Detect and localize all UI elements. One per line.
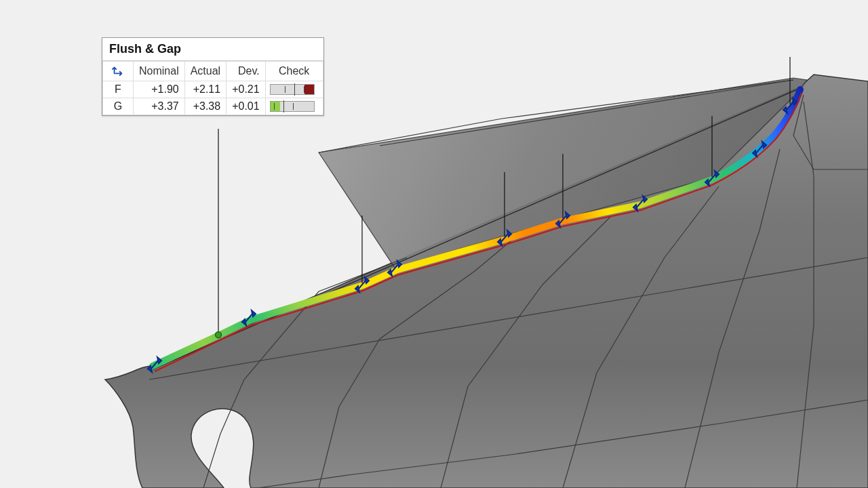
table-row: G +3.37 +3.38 +0.01 (103, 98, 323, 115)
flush-gap-callout[interactable]: Flush & Gap Nominal Actual Dev. Check F … (102, 37, 324, 116)
col-nominal: Nominal (134, 62, 185, 81)
cell-check (265, 98, 323, 115)
row-label: G (103, 98, 134, 115)
col-check: Check (265, 62, 323, 81)
col-dev: Dev. (226, 62, 265, 81)
cell-actual: +2.11 (184, 81, 226, 98)
cell-nominal: +3.37 (134, 98, 185, 115)
callout-title: Flush & Gap (102, 38, 323, 61)
flush-gap-table: Nominal Actual Dev. Check F +1.90 +2.11 … (102, 61, 323, 115)
cad-viewport[interactable]: Flush & Gap Nominal Actual Dev. Check F … (0, 0, 868, 488)
direction-arrows-icon (103, 62, 134, 81)
cell-nominal: +1.90 (134, 81, 185, 98)
table-row: F +1.90 +2.11 +0.21 (103, 81, 323, 98)
tolerance-bar (270, 84, 315, 95)
col-actual: Actual (184, 62, 226, 81)
cell-dev: +0.21 (226, 81, 265, 98)
cell-dev: +0.01 (226, 98, 265, 115)
callout-target-dot (216, 332, 222, 338)
cell-actual: +3.38 (184, 98, 226, 115)
cell-check (265, 81, 323, 98)
row-label: F (103, 81, 134, 98)
tolerance-bar (270, 101, 315, 112)
table-header-row: Nominal Actual Dev. Check (103, 62, 323, 81)
